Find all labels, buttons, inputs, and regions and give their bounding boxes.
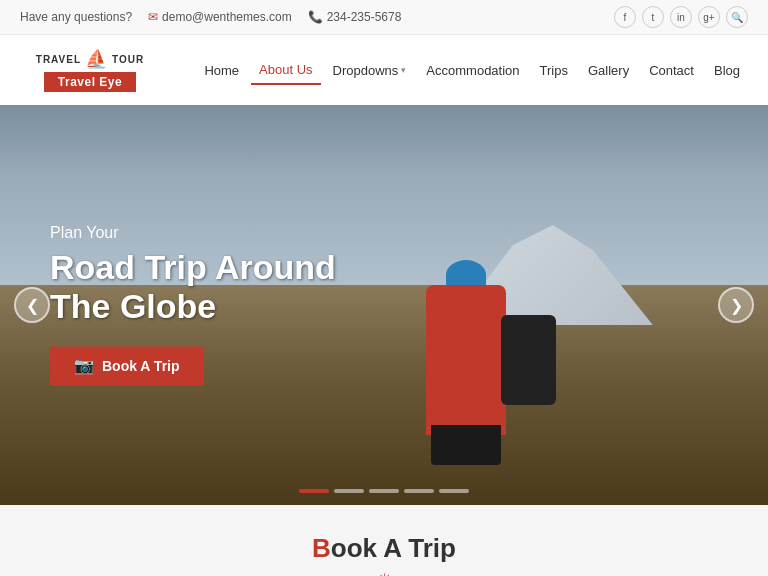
figure-backpack — [501, 315, 556, 405]
logo: TRAVEL ⛵ TOUR Travel Eye — [20, 48, 160, 92]
prev-slide-button[interactable]: ❮ — [14, 287, 50, 323]
nav-gallery-link[interactable]: Gallery — [580, 57, 637, 84]
nav-trips-link[interactable]: Trips — [532, 57, 576, 84]
figure-legs — [431, 425, 501, 465]
nav-trips[interactable]: Trips — [532, 57, 576, 84]
next-slide-button[interactable]: ❯ — [718, 287, 754, 323]
hero-title-line2: The Globe — [50, 288, 216, 326]
book-trip-button[interactable]: 📷 Book A Trip — [50, 347, 204, 386]
phone-info: 📞 234-235-5678 — [308, 10, 402, 24]
logo-tour-text: TOUR — [112, 54, 144, 65]
phone-icon: 📞 — [308, 10, 323, 24]
book-trip-section: Book A Trip ✳ — [0, 505, 768, 576]
camera-icon: 📷 — [74, 357, 94, 376]
nav-blog-link[interactable]: Blog — [706, 57, 748, 84]
nav-dropdowns-link[interactable]: Dropdowns ▾ — [325, 57, 415, 84]
hero-content: Plan Your Road Trip Around The Globe 📷 B… — [50, 224, 336, 385]
nav-about-link[interactable]: About Us — [251, 56, 320, 85]
main-navbar: TRAVEL ⛵ TOUR Travel Eye Home About Us D… — [0, 35, 768, 105]
top-bar-left: Have any questions? ✉ demo@wenthemes.com… — [20, 10, 401, 24]
logo-travel-text: TRAVEL — [36, 54, 81, 65]
social-icons: f t in g+ 🔍 — [614, 6, 748, 28]
star-icon: ✳ — [378, 570, 391, 576]
top-bar: Have any questions? ✉ demo@wenthemes.com… — [0, 0, 768, 35]
figure-body — [426, 285, 506, 435]
dropdown-arrow-icon: ▾ — [401, 65, 406, 75]
nav-contact[interactable]: Contact — [641, 57, 702, 84]
nav-home-link[interactable]: Home — [196, 57, 247, 84]
hero-section: Plan Your Road Trip Around The Globe 📷 B… — [0, 105, 768, 505]
nav-links: Home About Us Dropdowns ▾ Accommodation … — [196, 56, 748, 85]
slide-dot-4[interactable] — [404, 489, 434, 493]
linkedin-icon[interactable]: in — [670, 6, 692, 28]
slide-dots — [299, 489, 469, 493]
slide-dot-1[interactable] — [299, 489, 329, 493]
logo-top: TRAVEL ⛵ TOUR — [36, 48, 144, 70]
twitter-icon[interactable]: t — [642, 6, 664, 28]
book-title-rest: ook A Trip — [331, 533, 456, 563]
envelope-icon: ✉ — [148, 10, 158, 24]
nav-accommodation-link[interactable]: Accommodation — [418, 57, 527, 84]
search-icon[interactable]: 🔍 — [726, 6, 748, 28]
facebook-icon[interactable]: f — [614, 6, 636, 28]
nav-accommodation[interactable]: Accommodation — [418, 57, 527, 84]
book-divider: ✳ — [20, 570, 748, 576]
book-title-b: B — [312, 533, 331, 563]
book-section-title: Book A Trip — [20, 533, 748, 564]
email-info: ✉ demo@wenthemes.com — [148, 10, 292, 24]
logo-badge: Travel Eye — [44, 72, 136, 92]
googleplus-icon[interactable]: g+ — [698, 6, 720, 28]
nav-about[interactable]: About Us — [251, 56, 320, 85]
nav-home[interactable]: Home — [196, 57, 247, 84]
nav-contact-link[interactable]: Contact — [641, 57, 702, 84]
hero-title-line1: Road Trip Around — [50, 248, 336, 286]
hero-figure — [356, 185, 576, 465]
book-button-label: Book A Trip — [102, 358, 180, 374]
hero-subtitle: Plan Your — [50, 224, 336, 242]
slide-dot-5[interactable] — [439, 489, 469, 493]
have-questions: Have any questions? — [20, 10, 132, 24]
nav-blog[interactable]: Blog — [706, 57, 748, 84]
slide-dot-3[interactable] — [369, 489, 399, 493]
nav-gallery[interactable]: Gallery — [580, 57, 637, 84]
logo-sail-icon: ⛵ — [85, 48, 108, 70]
slide-dot-2[interactable] — [334, 489, 364, 493]
hero-title: Road Trip Around The Globe — [50, 248, 336, 326]
nav-dropdowns[interactable]: Dropdowns ▾ — [325, 57, 415, 84]
